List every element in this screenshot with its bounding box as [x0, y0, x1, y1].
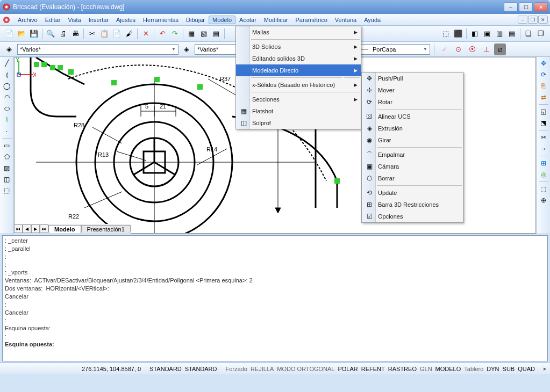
- extend-tool[interactable]: →: [538, 143, 549, 154]
- open-button[interactable]: 📂: [16, 28, 27, 40]
- tab-prev-button[interactable]: ◀: [23, 224, 31, 233]
- view-c-button[interactable]: ◧: [469, 28, 481, 40]
- view-e-button[interactable]: ▥: [494, 28, 505, 40]
- rect-tool[interactable]: ▭: [2, 140, 12, 151]
- paste-button[interactable]: 📄: [111, 28, 123, 40]
- status-quad[interactable]: QUAD: [518, 366, 535, 372]
- menu-insertar[interactable]: Insertar: [85, 16, 112, 24]
- save-button[interactable]: 💾: [28, 28, 40, 40]
- move-tool[interactable]: ✥: [538, 58, 549, 69]
- status-std2[interactable]: STANDARD: [185, 366, 217, 372]
- command-prompt[interactable]: Esquina opuesta:: [5, 340, 545, 349]
- copy-tool[interactable]: ⎘: [538, 81, 549, 91]
- matchprop-button[interactable]: 🖌: [123, 28, 135, 40]
- delete-button[interactable]: ✕: [140, 28, 152, 40]
- menu-editar[interactable]: Editar: [41, 16, 65, 24]
- poly-tool[interactable]: ⬠: [2, 151, 12, 162]
- tab-modelo[interactable]: Modelo: [48, 225, 81, 233]
- status-sub[interactable]: SUB: [503, 366, 515, 372]
- menuitem-3d-solidos[interactable]: 3D Solidos▶: [236, 41, 361, 53]
- circle-tool[interactable]: ◯: [2, 81, 12, 91]
- view-a-button[interactable]: ⬚: [440, 28, 452, 40]
- menuitem-modelado-directo[interactable]: Modelado Directo▶: [236, 64, 361, 76]
- offset-tool[interactable]: ◎: [538, 169, 549, 180]
- array-tool[interactable]: ⊞: [538, 158, 549, 169]
- status-arrow-icon[interactable]: ▸: [544, 365, 547, 372]
- mirror-tool[interactable]: ⇄: [538, 92, 549, 103]
- explode-tool[interactable]: ⬚: [538, 184, 549, 194]
- tool-b-button[interactable]: ▧: [198, 28, 210, 40]
- status-std1[interactable]: STANDARD: [149, 366, 182, 372]
- status-rejilla[interactable]: REJILLA: [251, 366, 274, 372]
- menuitem-update[interactable]: ⟲Update: [362, 187, 463, 199]
- plot-button[interactable]: 🖶: [69, 28, 81, 40]
- print-preview-button[interactable]: 🔍: [45, 28, 56, 40]
- view-b-button[interactable]: ⬛: [452, 28, 464, 40]
- menuitem-opciones[interactable]: ☑Opciones: [362, 210, 463, 222]
- status-forzado[interactable]: Forzado: [226, 366, 247, 372]
- menuitem-flatshot[interactable]: ▦Flatshot: [236, 105, 361, 117]
- menuitem-mover[interactable]: ✢Mover: [362, 84, 463, 96]
- view-g-button[interactable]: ❏: [523, 28, 534, 40]
- tab-last-button[interactable]: ⏭: [40, 224, 48, 233]
- view-h-button[interactable]: ❐: [535, 28, 547, 40]
- menuitem-empalmar[interactable]: ⌒Empalmar: [362, 149, 463, 161]
- menu-acotar[interactable]: Acotar: [235, 16, 260, 24]
- command-history[interactable]: : _center: _parallel::: _vportsVentanas:…: [2, 235, 548, 361]
- stretch-tool[interactable]: ⬔: [538, 118, 549, 128]
- status-refent[interactable]: REFENT: [361, 366, 385, 372]
- snap2-button[interactable]: ⊙: [452, 43, 464, 55]
- menuitem-extrusi-n[interactable]: ◈Extrusión: [362, 122, 463, 134]
- tool-c-button[interactable]: ▤: [210, 28, 222, 40]
- status-modelo[interactable]: MODELO: [435, 366, 461, 372]
- mdi-close-button[interactable]: ✕: [538, 16, 548, 24]
- menuitem-alinear-ucs[interactable]: ⮽Alinear UCS: [362, 111, 463, 122]
- region-tool[interactable]: ◫: [2, 174, 12, 185]
- menuitem-solprof[interactable]: ◫Solprof: [236, 117, 361, 129]
- status-rastreo[interactable]: RASTREO: [388, 366, 417, 372]
- polyline-tool[interactable]: ⦅: [2, 69, 12, 80]
- menuitem-girar[interactable]: ◉Girar: [362, 134, 463, 146]
- status-modo-ortogonal[interactable]: MODO ORTOGONAL: [277, 366, 334, 372]
- view-d-button[interactable]: ▣: [481, 28, 493, 40]
- menuitem-editando-solidos-3d[interactable]: Editando solidos 3D▶: [236, 53, 361, 64]
- tab-presentacion1[interactable]: Presentación1: [81, 225, 131, 233]
- menu-modelo[interactable]: Modelo: [209, 16, 235, 24]
- menu-vista[interactable]: Vista: [64, 16, 84, 24]
- status-tablero[interactable]: Tablero: [464, 366, 483, 372]
- menuitem-barra-3d-restricciones[interactable]: ⊞Barra 3D Restricciones: [362, 199, 463, 210]
- menuitem-secciones[interactable]: Secciones▶: [236, 93, 361, 105]
- tab-first-button[interactable]: ⏮: [14, 224, 23, 233]
- menu-dibujar[interactable]: Dibujar: [182, 16, 209, 24]
- menuitem-mallas[interactable]: Mallas▶: [236, 26, 361, 38]
- spiral-tool[interactable]: ⌇: [2, 114, 12, 125]
- status-coords[interactable]: 276.1145, 104.8587, 0: [82, 366, 141, 372]
- snap1-button[interactable]: ⟋: [438, 43, 450, 55]
- tab-next-button[interactable]: ▶: [31, 224, 40, 233]
- cut-button[interactable]: ✂: [86, 28, 98, 40]
- menuitem-x-s-lidos-basado-en-historico-[interactable]: x-Sólidos (Basado en Historico)▶: [236, 79, 361, 91]
- mdi-minimize-button[interactable]: –: [518, 16, 527, 24]
- menu-ayuda[interactable]: Ayuda: [360, 16, 384, 24]
- status-polar[interactable]: POLAR: [338, 366, 358, 372]
- trim-tool[interactable]: ✂: [538, 132, 549, 143]
- menu-modificar[interactable]: Modificar: [260, 16, 292, 24]
- status-gln[interactable]: GLN: [420, 366, 432, 372]
- maximize-button[interactable]: ☐: [519, 2, 533, 12]
- menuitem-c-mara[interactable]: ▣Cámara: [362, 161, 463, 172]
- menuitem-borrar[interactable]: ⬡Borrar: [362, 172, 463, 184]
- close-button[interactable]: ✕: [534, 2, 548, 12]
- print-button[interactable]: 🖨: [57, 28, 69, 40]
- copy-button[interactable]: 📋: [98, 28, 110, 40]
- scale-tool[interactable]: ◱: [538, 106, 549, 117]
- snap5-button[interactable]: ⧄: [494, 43, 506, 55]
- minimize-button[interactable]: –: [504, 2, 518, 12]
- layer-combo[interactable]: *Varios* ▼: [17, 44, 178, 55]
- undo-button[interactable]: ↶: [156, 28, 168, 40]
- menu-ajustes[interactable]: Ajustes: [112, 16, 139, 24]
- line-tool[interactable]: ╱: [2, 58, 12, 69]
- redo-button[interactable]: ↷: [169, 28, 181, 40]
- menuitem-rotar[interactable]: ⟳Rotar: [362, 96, 463, 108]
- hatch-tool[interactable]: ▨: [2, 163, 12, 173]
- rotate-tool[interactable]: ⟳: [538, 69, 549, 80]
